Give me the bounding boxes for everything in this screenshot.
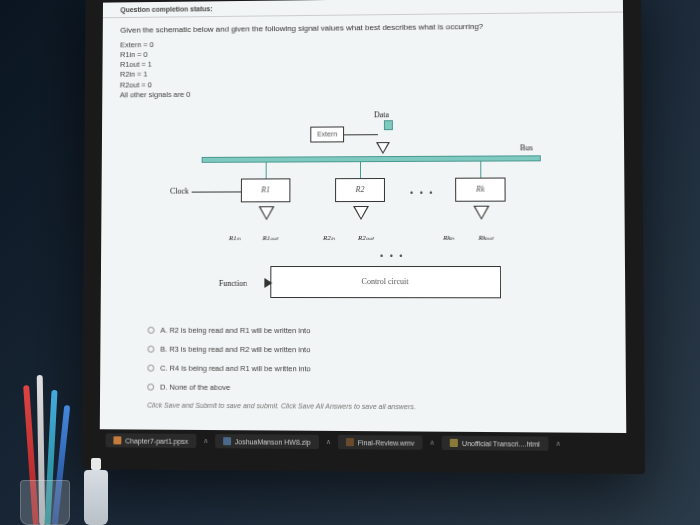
buffer-r2-icon (353, 206, 369, 220)
ellipsis: • • • (380, 251, 405, 261)
option-c[interactable]: C. R4 is being read and R1 will be writt… (147, 363, 607, 374)
taskbar-item[interactable]: Unofficial Transcri....html (442, 436, 548, 451)
sig-rkin: Rkᵢₙ (443, 234, 454, 242)
option-a[interactable]: A. R2 is being read and R1 will be writt… (148, 325, 607, 335)
signal-values: Extern = 0 R1in = 0 R1out = 1 R2in = 1 R… (120, 36, 606, 100)
save-hint: Click Save and Submit to save and submit… (147, 401, 607, 411)
option-label: A. R2 is being read and R1 will be writt… (160, 325, 310, 334)
file-icon (450, 439, 458, 447)
radio-icon[interactable] (147, 383, 154, 390)
extern-buffer-icon (376, 142, 390, 154)
bus-line (202, 155, 541, 163)
question-content: Given the schematic below and given the … (100, 13, 626, 420)
option-d[interactable]: D. None of the above (147, 382, 607, 394)
clock-label: Clock (170, 186, 189, 195)
answer-options: A. R2 is being read and R1 will be writt… (147, 325, 607, 393)
file-icon (223, 437, 231, 445)
control-circuit-box: Control circuit (270, 266, 501, 298)
chevron-up-icon[interactable]: ∧ (326, 438, 331, 446)
task-label: Chapter7-part1.ppsx (125, 437, 188, 445)
data-label: Data (374, 110, 389, 119)
radio-icon[interactable] (148, 326, 155, 333)
task-label: JoshuaManson HW8.zip (235, 438, 311, 446)
taskbar-item[interactable]: JoshuaManson HW8.zip (215, 434, 319, 449)
register-r2: R2 (335, 178, 385, 202)
register-r1: R1 (241, 178, 291, 202)
sig-r2in: R2ᵢₙ (323, 234, 335, 242)
question-text: Given the schematic below and given the … (120, 21, 605, 35)
monitor-frame: Question completion status: Given the sc… (82, 0, 645, 474)
chevron-up-icon[interactable]: ∧ (430, 439, 435, 447)
buffer-rk-icon (473, 205, 489, 219)
sig-r2out: R2ₒᵤₜ (358, 234, 374, 242)
ellipsis: • • • (410, 188, 435, 198)
taskbar: Chapter7-part1.ppsx ∧ JoshuaManson HW8.z… (100, 429, 627, 455)
chevron-up-icon[interactable]: ∧ (555, 440, 560, 448)
bottle (84, 470, 108, 525)
extern-box: Extern (310, 126, 344, 142)
sig-r1in: R1ᵢₙ (229, 234, 241, 242)
pen-holder (20, 480, 70, 525)
register-rk: Rk (455, 177, 505, 201)
bus-label: Bus (520, 143, 533, 152)
chevron-up-icon[interactable]: ∧ (203, 437, 208, 445)
function-label: Function (219, 279, 247, 288)
buffer-r1-icon (259, 206, 275, 220)
desk-foreground (0, 325, 120, 525)
option-label: B. R3 is being read and R2 will be writt… (160, 344, 310, 354)
sig-r1out: R1ₒᵤₜ (263, 234, 279, 242)
function-arrow-icon (264, 278, 272, 288)
radio-icon[interactable] (147, 345, 154, 352)
task-label: Final-Review.wmv (358, 439, 415, 447)
option-label: D. None of the above (160, 382, 230, 391)
screen: Question completion status: Given the sc… (100, 0, 627, 456)
task-label: Unofficial Transcri....html (462, 439, 540, 447)
option-label: C. R4 is being read and R1 will be writt… (160, 363, 311, 373)
option-b[interactable]: B. R3 is being read and R2 will be writt… (147, 344, 607, 355)
schematic-diagram: Data Extern Bus Clock R1 R2 Rk • • • (171, 105, 552, 316)
taskbar-item[interactable]: Final-Review.wmv (338, 435, 423, 450)
sig-rkout: Rkₒᵤₜ (478, 234, 494, 242)
radio-icon[interactable] (147, 364, 154, 371)
file-icon (346, 438, 354, 446)
